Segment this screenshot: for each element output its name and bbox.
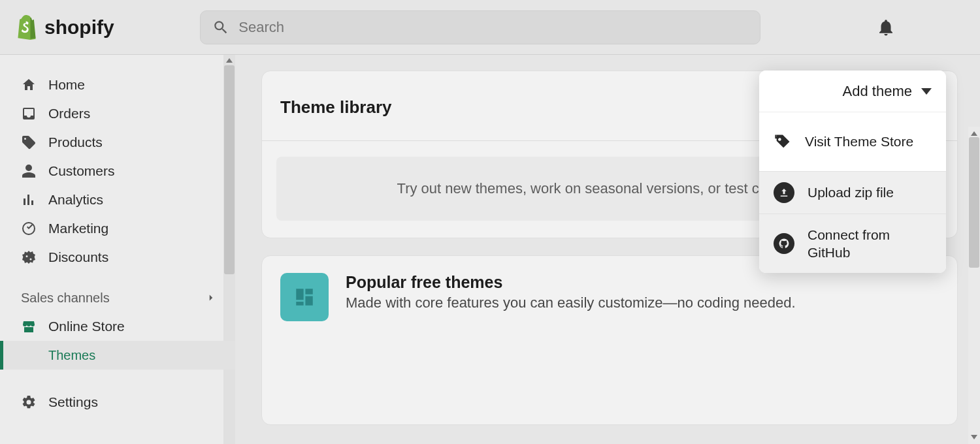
nav-label: Marketing [48,221,108,236]
upload-icon [774,182,794,203]
add-theme-dropdown-header[interactable]: Add theme [759,71,946,112]
store-tag-icon [774,133,792,151]
dropdown-item-connect-github[interactable]: Connect from GitHub [759,214,946,273]
main-content: Theme library Add theme Try out new them… [235,55,980,444]
dropdown-item-label: Visit Theme Store [805,134,913,150]
global-search[interactable] [200,10,760,44]
dropdown-item-upload-zip[interactable]: Upload zip file [759,172,946,214]
nav-sub-label: Themes [48,348,95,363]
dropdown-header-label: Add theme [843,83,912,100]
nav-label: Settings [48,394,98,410]
nav-label: Customers [48,163,115,179]
nav-label: Discounts [48,249,108,265]
chevron-right-icon [205,292,217,304]
nav-analytics[interactable]: Analytics [0,185,235,214]
notifications-button[interactable] [873,18,899,37]
brand-logo[interactable]: shopify [16,15,114,40]
search-input[interactable] [238,19,748,36]
main-scrollbar-thumb[interactable] [969,137,979,268]
target-icon [21,221,37,236]
section-label: Sales channels [21,291,110,306]
nav-orders[interactable]: Orders [0,99,235,128]
dropdown-item-visit-theme-store[interactable]: Visit Theme Store [759,112,946,171]
dropdown-item-label: Upload zip file [808,185,894,200]
svg-rect-3 [296,302,303,306]
svg-rect-1 [305,289,312,294]
popular-themes-title: Popular free themes [346,273,796,292]
nav-marketing[interactable]: Marketing [0,214,235,243]
nav-discounts[interactable]: Discounts [0,243,235,272]
scroll-up-icon[interactable] [971,129,977,136]
nav-label: Analytics [48,192,103,208]
nav-label: Home [48,77,85,93]
sidebar: Home Orders Products Customers Analytics… [0,55,235,444]
sidebar-scrollbar-thumb[interactable] [224,65,235,274]
add-theme-dropdown: Add theme Visit Theme Store Upload zip f… [759,71,946,273]
gear-icon [21,394,37,410]
nav-label: Products [48,135,103,150]
topbar: shopify [0,0,980,55]
tag-icon [21,135,37,150]
nav-settings[interactable]: Settings [0,388,235,417]
nav-products[interactable]: Products [0,128,235,157]
scroll-down-icon[interactable] [971,435,977,441]
nav-section-sales-channels[interactable]: Sales channels [0,283,235,312]
theme-library-title: Theme library [280,97,392,118]
shopify-bag-icon [16,15,38,40]
bell-icon [876,18,896,37]
nav-label: Orders [48,106,90,121]
sidebar-scrollbar[interactable] [223,55,235,444]
nav-customers[interactable]: Customers [0,157,235,185]
popular-themes-card: Popular free themes Made with core featu… [261,255,958,425]
nav-online-store[interactable]: Online Store [0,312,235,341]
home-icon [21,77,37,93]
nav-label: Online Store [48,319,125,334]
scroll-up-icon[interactable] [226,56,233,63]
store-icon [21,319,37,334]
github-icon [774,233,794,254]
caret-down-icon [921,88,932,95]
discount-icon [21,249,37,265]
svg-rect-0 [296,289,303,300]
person-icon [21,163,37,179]
svg-rect-2 [305,296,312,306]
nav-home[interactable]: Home [0,71,235,99]
popular-theme-tile-icon [280,273,329,321]
dropdown-item-label: Connect from GitHub [808,226,932,262]
inbox-icon [21,106,37,121]
popular-themes-subtitle: Made with core features you can easily c… [346,294,796,311]
search-icon [212,19,229,36]
nav-sub-themes[interactable]: Themes [0,341,235,370]
brand-name: shopify [44,16,114,39]
bars-icon [21,192,37,208]
layout-icon [293,286,316,308]
